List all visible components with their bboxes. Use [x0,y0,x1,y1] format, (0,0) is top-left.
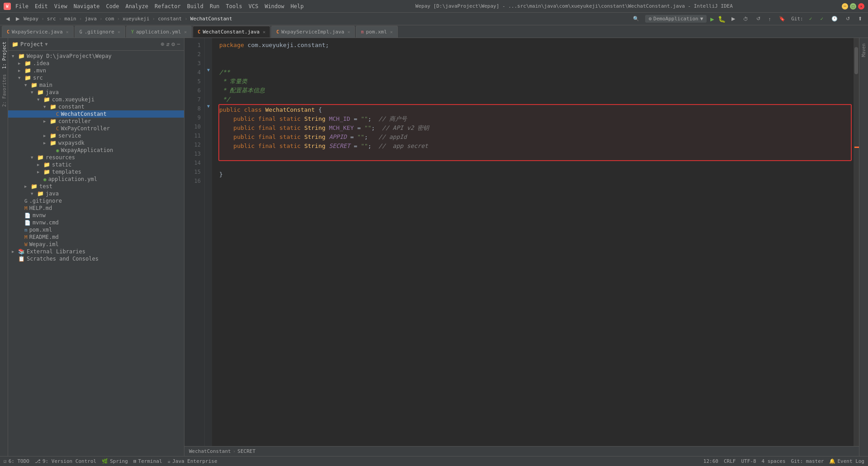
status-indent[interactable]: 4 spaces [762,458,786,464]
fold-marker-4[interactable]: ▼ [205,65,212,74]
history-button[interactable]: ↺ [754,15,763,23]
tree-item-mvnw[interactable]: 📄 mvnw [8,212,184,219]
tree-item-main[interactable]: ▼ 📁 main [8,81,184,89]
menu-refactor[interactable]: Refactor [152,2,184,10]
bookmark-button[interactable]: 🔖 [777,15,788,23]
breadcrumb-class[interactable]: WechatConstant [189,448,231,454]
tab-close-button[interactable]: ✕ [184,29,187,34]
tree-item-gitignore[interactable]: G .gitignore [8,197,184,204]
breadcrumb-file[interactable]: WechatConstant [190,16,232,22]
vtab-favorites[interactable]: 2: Favorites [0,71,8,109]
maven-panel-tab[interactable]: Maven [860,40,867,61]
status-vcs[interactable]: ⎇ 9: Version Control [35,458,96,464]
tree-item-applicationyml[interactable]: ◉ application.yml [8,176,184,183]
editor-scrollbar[interactable] [854,38,859,446]
status-encoding[interactable]: CRLF [724,458,736,464]
tab-wxpayservice[interactable]: C WxpayService.java ✕ [2,26,74,38]
tree-item-wechatconstant[interactable]: C WechatConstant [8,110,184,118]
status-position[interactable]: 12:60 [703,458,718,464]
tree-item-java-test[interactable]: ▼ 📁 java [8,190,184,197]
git-undo-button[interactable]: ↺ [844,15,852,23]
minimize-sidebar-button[interactable]: − [177,41,180,48]
tree-item-test[interactable]: ▶ 📁 test [8,183,184,190]
tree-item-wxpayapplication[interactable]: ◉ WxpayApplication [8,147,184,154]
profile-button[interactable]: ⏱ [741,15,750,23]
fold-marker-8[interactable]: ▼ [205,101,212,110]
run-configuration[interactable]: ⚙ DemoApplication ▼ [645,15,707,23]
close-button[interactable]: ✕ [858,3,864,10]
tree-item-pomxml[interactable]: m pom.xml [8,226,184,233]
tree-item-src[interactable]: ▼ 📁 src [8,74,184,81]
menu-window[interactable]: Window [262,2,287,10]
status-git[interactable]: Git: master [791,458,824,464]
breadcrumb-wepay[interactable]: Wepay [24,16,38,22]
tree-item-readmemd[interactable]: M README.md [8,233,184,241]
breadcrumb-main[interactable]: main [64,16,76,22]
breadcrumb-constant[interactable]: constant [158,16,182,22]
tab-wxpayserviceimpl[interactable]: C WxpayServiceImpl.java ✕ [271,26,355,38]
status-enterprise[interactable]: ☕ Java Enterprise [168,458,217,464]
status-todo[interactable]: ☑ 6: TODO [4,458,29,464]
tree-item-templates[interactable]: ▶ 📁 templates [8,168,184,176]
tree-item-scratches[interactable]: 📋 Scratches and Consoles [8,255,184,262]
menu-vcs[interactable]: VCS [246,2,261,10]
menu-run[interactable]: Run [207,2,222,10]
tree-item-idea[interactable]: ▶ 📁 .idea [8,60,184,67]
status-charset[interactable]: UTF-8 [741,458,756,464]
debug-button[interactable]: 🐛 [718,15,726,23]
tree-item-wepay[interactable]: ▼ 📁 Wepay D:\javaProject\Wepay [8,52,184,60]
maximize-button[interactable]: □ [850,3,856,10]
breadcrumb-com[interactable]: com [105,16,114,22]
search-everywhere-button[interactable]: 🔍 [631,15,642,23]
tab-close-button[interactable]: ✕ [347,29,350,34]
menu-code[interactable]: Code [104,2,122,10]
git-push-button[interactable]: ⬆ [856,15,864,23]
tree-item-wxpaycontroller[interactable]: C WxPayController [8,125,184,132]
menu-file[interactable]: File [13,2,31,10]
menu-navigate[interactable]: Navigate [71,2,103,10]
minimize-button[interactable]: ─ [842,3,848,10]
tree-item-static[interactable]: ▶ 📁 static [8,161,184,168]
git-time-button[interactable]: 🕐 [829,15,840,23]
status-terminal[interactable]: ⊞ Terminal [133,458,162,464]
menu-edit[interactable]: Edit [32,2,51,10]
run-config-dropdown-icon[interactable]: ▼ [700,16,703,22]
settings-icon[interactable]: ⚙ [171,41,175,48]
code-content[interactable]: package com.xueyukeji.constant; /** * 常量… [212,38,854,446]
tree-item-java[interactable]: ▼ 📁 java [8,89,184,96]
tab-wechatconstant[interactable]: C WechatConstant.java ✕ [193,26,270,38]
git-checkmark2[interactable]: ✓ [818,15,826,23]
tab-gitignore[interactable]: G .gitignore ✕ [75,26,125,38]
tree-item-resources[interactable]: ▼ 📁 resources [8,154,184,161]
update-button[interactable]: ↑ [766,15,774,23]
tree-item-com-xueyukeji[interactable]: ▼ 📁 com.xueyukeji [8,96,184,103]
status-spring[interactable]: 🌿 Spring [102,458,128,464]
scrollbar-thumb[interactable] [854,47,858,74]
breadcrumb-src[interactable]: src [47,16,56,22]
tab-close-button[interactable]: ✕ [66,29,69,34]
tab-close-button[interactable]: ✕ [263,29,265,34]
breadcrumb-xueyukeji[interactable]: xueyukeji [123,16,150,22]
tree-item-service[interactable]: ▶ 📁 service [8,132,184,139]
back-button[interactable]: ◀ [4,15,12,23]
vtab-project[interactable]: 1: Project [0,39,8,71]
tree-item-mvnwcmd[interactable]: 📄 mvnw.cmd [8,219,184,226]
breadcrumb-method[interactable]: SECRET [237,448,255,454]
breadcrumb-java[interactable]: java [85,16,97,22]
tree-item-controller[interactable]: ▶ 📁 controller [8,118,184,125]
tree-item-wepayiml[interactable]: W Wepay.iml [8,241,184,248]
tab-close-button[interactable]: ✕ [390,29,393,34]
tab-applicationyml[interactable]: Y application.yml ✕ [126,26,192,38]
tree-item-mvn[interactable]: ▶ 📁 .mvn [8,67,184,74]
tree-item-constant[interactable]: ▼ 📁 constant [8,103,184,110]
new-file-button[interactable]: ⊕ [161,41,165,48]
menu-tools[interactable]: Tools [223,2,245,10]
menu-help[interactable]: Help [288,2,307,10]
tree-item-ext-libs[interactable]: ▶ 📚 External Libraries [8,248,184,255]
git-checkmark1[interactable]: ✓ [807,15,815,23]
menu-analyze[interactable]: Analyze [123,2,151,10]
tree-item-helpmd[interactable]: M HELP.md [8,204,184,212]
menu-view[interactable]: View [52,2,70,10]
collapse-all-button[interactable]: ⇵ [166,41,170,48]
run-button[interactable]: ▶ [710,15,714,23]
